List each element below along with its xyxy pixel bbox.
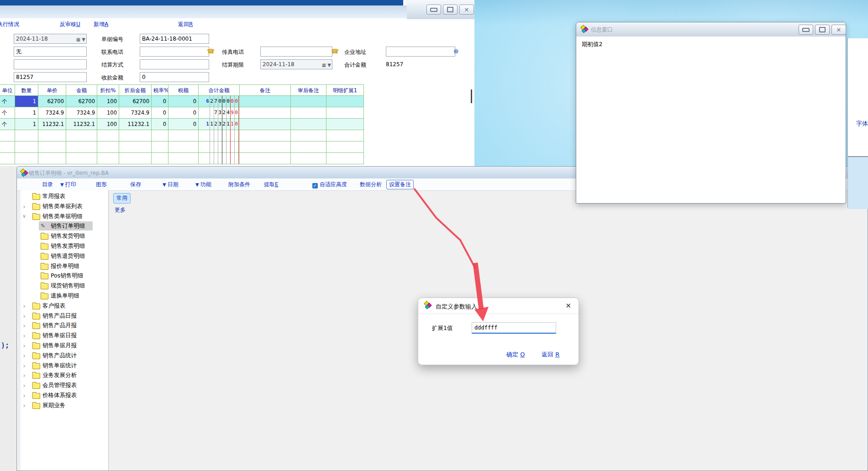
- sidebar-item-21[interactable]: 价格体系报表: [42, 391, 77, 400]
- grid-empty-cell[interactable]: [168, 141, 199, 153]
- grid-col-header[interactable]: 单价: [38, 84, 66, 96]
- grid-cell[interactable]: 0: [152, 107, 168, 119]
- toolbar-3-item[interactable]: 图形: [96, 181, 107, 188]
- close-button[interactable]: ✕: [459, 5, 474, 15]
- grid-empty-cell[interactable]: [38, 141, 66, 153]
- toolbar-7-item[interactable]: 附加条件: [228, 181, 250, 188]
- globe-icon[interactable]: ⊕: [453, 48, 459, 54]
- grid-empty-cell[interactable]: [97, 153, 119, 164]
- grid-cell[interactable]: 1: [15, 119, 38, 130]
- back-button[interactable]: 返回 R: [542, 351, 559, 359]
- toolbar-8-item[interactable]: 提取E: [264, 181, 279, 188]
- info-window-titlebar[interactable]: 信息窗口 ✕: [576, 22, 846, 37]
- order-link-3[interactable]: 新增A: [94, 21, 108, 28]
- minimize-button[interactable]: [426, 5, 441, 15]
- sidebar-item-14[interactable]: 销售产品月报: [42, 321, 77, 330]
- toolbar-10-item[interactable]: 数据分析: [360, 181, 382, 188]
- grid-cell[interactable]: 100: [97, 119, 119, 130]
- grid-empty-cell[interactable]: [38, 130, 66, 141]
- grid-empty-cell[interactable]: [0, 153, 15, 164]
- settle-left-field[interactable]: [14, 59, 87, 69]
- toolbar-5-item[interactable]: ▼日期: [163, 181, 179, 188]
- sidebar-item-1[interactable]: 常用报表: [42, 192, 65, 201]
- grid-cell[interactable]: 11232.1: [38, 119, 66, 130]
- sidebar-item-4[interactable]: 销售订单明细: [51, 221, 85, 230]
- tree-collapsed-icon[interactable]: ›: [21, 352, 27, 359]
- tree-expanded-icon[interactable]: ∨: [21, 213, 27, 219]
- grid-cell[interactable]: 11232110: [199, 119, 240, 130]
- grid-cell[interactable]: 62700: [119, 96, 152, 107]
- grid-col-header[interactable]: 折扣%: [97, 84, 119, 96]
- grid-cell[interactable]: 62700: [38, 96, 66, 107]
- order-link-4[interactable]: 返回R: [178, 21, 193, 28]
- grid-empty-cell[interactable]: [66, 130, 97, 141]
- sidebar-item-20[interactable]: 会员管理报表: [42, 381, 77, 390]
- customer-field[interactable]: 无: [14, 47, 87, 57]
- order-date-field[interactable]: 2024-11-18▦ ▼: [14, 34, 87, 44]
- grid-empty-cell[interactable]: [97, 130, 119, 141]
- address-field[interactable]: [386, 47, 455, 57]
- phone-icon[interactable]: ☎: [331, 48, 339, 54]
- due-date-field[interactable]: 2024-11-18▦ ▼: [260, 59, 332, 69]
- grid-empty-cell[interactable]: [66, 153, 97, 164]
- grid-empty-cell[interactable]: [119, 130, 152, 141]
- toolbar-11-set-remark-button[interactable]: 设置备注: [386, 180, 414, 189]
- order-link-1[interactable]: 执行情况: [0, 21, 19, 28]
- grid-empty-cell[interactable]: [291, 130, 326, 141]
- close-icon[interactable]: ✕: [565, 302, 571, 310]
- tree-collapsed-icon[interactable]: ›: [21, 362, 27, 369]
- sidebar-item-16[interactable]: 销售单据月报: [42, 341, 77, 350]
- grid-col-header[interactable]: 税额: [168, 84, 199, 96]
- grid-col-header[interactable]: 明细扩展1: [326, 84, 364, 96]
- font-panel-label[interactable]: 字体: [856, 120, 868, 128]
- sidebar-item-6[interactable]: 销售发票明细: [51, 241, 85, 251]
- grid-col-header[interactable]: 折后金额: [119, 84, 152, 96]
- tree-collapsed-icon[interactable]: ›: [21, 313, 27, 319]
- grid-empty-cell[interactable]: [326, 141, 364, 153]
- order-window-titlebar[interactable]: [0, 0, 403, 5]
- toolbar-1-item[interactable]: 目录: [42, 181, 53, 188]
- phone-field[interactable]: [140, 47, 209, 57]
- maximize-button[interactable]: [443, 5, 458, 15]
- grid-scrollbar[interactable]: [471, 89, 472, 103]
- grid-empty-cell[interactable]: [168, 153, 199, 164]
- toolbar-4-item[interactable]: 保存: [130, 181, 141, 188]
- grid-empty-cell[interactable]: [199, 141, 240, 153]
- grid-cell[interactable]: 0: [168, 119, 199, 130]
- grid-col-header[interactable]: 税率%: [152, 84, 168, 96]
- more-filter-button[interactable]: 更多: [115, 206, 126, 214]
- fax-field[interactable]: [260, 47, 332, 57]
- grid-cell[interactable]: 0: [152, 96, 168, 107]
- grid-col-header[interactable]: 合计金额: [199, 84, 240, 96]
- received-field[interactable]: 0: [140, 72, 209, 82]
- grid-cell[interactable]: 0: [168, 107, 199, 119]
- tree-collapsed-icon[interactable]: ›: [21, 402, 27, 409]
- sidebar-item-19[interactable]: 业务发展分析: [42, 371, 77, 380]
- grid-cell[interactable]: 7324.9: [66, 107, 97, 119]
- grid-cell[interactable]: 个: [0, 119, 15, 130]
- grid-empty-cell[interactable]: [119, 141, 152, 153]
- grid-col-header[interactable]: 审后备注: [291, 84, 326, 96]
- grid-col-header[interactable]: 单位: [0, 84, 15, 96]
- ok-button[interactable]: 确定 O: [506, 351, 525, 359]
- tree-collapsed-icon[interactable]: ›: [21, 382, 27, 389]
- toolbar-6-item[interactable]: ▼功能: [195, 181, 211, 188]
- grid-empty-cell[interactable]: [168, 130, 199, 141]
- doc-no-field[interactable]: BA-24-11-18-0001: [140, 34, 209, 44]
- toolbar-2-item[interactable]: ▼打印: [60, 181, 76, 188]
- grid-empty-cell[interactable]: [66, 141, 97, 153]
- grid-empty-cell[interactable]: [97, 141, 119, 153]
- grid-cell[interactable]: 100: [97, 107, 119, 119]
- grid-empty-cell[interactable]: [199, 153, 240, 164]
- tree-collapsed-icon[interactable]: ›: [21, 303, 27, 309]
- grid-empty-cell[interactable]: [291, 153, 326, 164]
- grid-cell[interactable]: 1: [15, 107, 38, 119]
- grid-cell[interactable]: 100: [97, 96, 119, 107]
- sidebar-item-2[interactable]: 销售类单据列表: [42, 202, 83, 211]
- tree-collapsed-icon[interactable]: ›: [21, 322, 27, 329]
- autofit-checkbox[interactable]: ✓: [312, 183, 318, 188]
- sidebar-item-13[interactable]: 销售产品日报: [42, 311, 77, 320]
- tree-collapsed-icon[interactable]: ›: [21, 372, 27, 379]
- sidebar-item-17[interactable]: 销售产品统计: [42, 351, 77, 360]
- settle-field[interactable]: [140, 59, 209, 69]
